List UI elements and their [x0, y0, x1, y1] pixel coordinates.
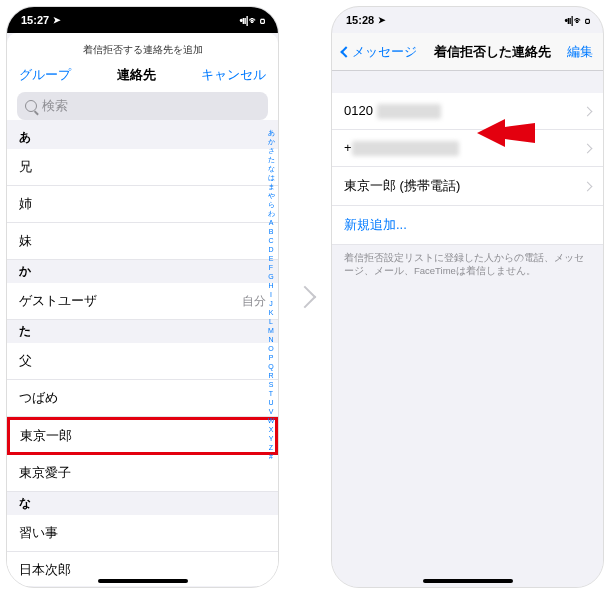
- search-placeholder: 検索: [42, 97, 68, 115]
- contact-row[interactable]: 兄: [7, 149, 278, 186]
- home-indicator[interactable]: [98, 579, 188, 583]
- section-header-na: な: [7, 492, 278, 515]
- svg-marker-0: [477, 119, 535, 147]
- chevron-left-icon: [340, 46, 351, 57]
- left-phone: 15:27 ➤ •ıı| ᯤ ▢ 着信拒否する連絡先を追加 グループ 連絡先 キ…: [6, 6, 279, 588]
- search-icon: [25, 100, 37, 112]
- redacted: XXX XXXX: [377, 104, 441, 119]
- contact-row[interactable]: つばめ: [7, 380, 278, 417]
- nav-bar: メッセージ 着信拒否した連絡先 編集: [332, 33, 603, 71]
- index-scrubber[interactable]: あかさたなはまやらわABCDEFGHIJKLMNOPQRSTUVWXYZ#: [265, 126, 277, 461]
- redacted: XX XXXXXXXXXX: [352, 141, 460, 156]
- back-button[interactable]: メッセージ: [342, 43, 417, 61]
- callout-arrow-icon: [477, 113, 537, 153]
- contact-row-me[interactable]: ゲストユーザ 自分: [7, 283, 278, 320]
- sheet-header: 着信拒否する連絡先を追加 グループ 連絡先 キャンセル 検索: [7, 33, 278, 120]
- section-header-a: あ: [7, 126, 278, 149]
- blocked-row[interactable]: 0120 XXX XXXX: [332, 93, 603, 130]
- contact-row[interactable]: 東京愛子: [7, 455, 278, 492]
- me-label: 自分: [242, 293, 266, 310]
- right-phone: 15:28 ➤ •ıı| ᯤ ▢ メッセージ 着信拒否した連絡先 編集 0120…: [331, 6, 604, 588]
- blocked-list-body: 0120 XXX XXXX +XX XXXXXXXXXX 東京一郎 (携帯電話)…: [332, 71, 603, 587]
- home-indicator[interactable]: [423, 579, 513, 583]
- location-icon: ➤: [53, 15, 61, 25]
- chevron-right-icon: [294, 286, 317, 309]
- contact-row[interactable]: 習い事: [7, 515, 278, 552]
- blocked-row[interactable]: +XX XXXXXXXXXX: [332, 130, 603, 167]
- status-bar: 15:27 ➤ •ıı| ᯤ ▢: [7, 7, 278, 33]
- contact-row-highlighted[interactable]: 東京一郎: [7, 417, 278, 455]
- edit-button[interactable]: 編集: [567, 43, 593, 61]
- location-icon: ➤: [378, 15, 386, 25]
- chevron-right-icon: [583, 181, 593, 191]
- page-title: 着信拒否した連絡先: [434, 43, 551, 61]
- sheet-subtitle: 着信拒否する連絡先を追加: [7, 39, 278, 62]
- status-icons: •ıı| ᯤ ▢: [240, 15, 264, 26]
- chevron-right-icon: [583, 106, 593, 116]
- status-time: 15:28: [346, 14, 374, 26]
- status-bar: 15:28 ➤ •ıı| ᯤ ▢: [332, 7, 603, 33]
- search-input[interactable]: 検索: [17, 92, 268, 120]
- contact-row[interactable]: 父: [7, 343, 278, 380]
- transition-arrow: [297, 6, 313, 588]
- contacts-list[interactable]: あ 兄 姉 妹 か ゲストユーザ 自分 た 父 つばめ 東京一郎 東京愛子 な …: [7, 126, 278, 586]
- cancel-button[interactable]: キャンセル: [201, 66, 266, 84]
- status-icons: •ıı| ᯤ ▢: [565, 15, 589, 26]
- contacts-title: 連絡先: [117, 66, 156, 84]
- blocked-row[interactable]: 東京一郎 (携帯電話): [332, 167, 603, 206]
- section-header-ta: た: [7, 320, 278, 343]
- status-time: 15:27: [21, 14, 49, 26]
- contact-row[interactable]: 姉: [7, 186, 278, 223]
- contact-row[interactable]: 妹: [7, 223, 278, 260]
- footnote: 着信拒否設定リストに登録した人からの電話、メッセージ、メール、FaceTimeは…: [332, 245, 603, 278]
- chevron-right-icon: [583, 143, 593, 153]
- section-header-ka: か: [7, 260, 278, 283]
- back-label: メッセージ: [352, 43, 417, 61]
- add-new-row[interactable]: 新規追加...: [332, 206, 603, 245]
- groups-link[interactable]: グループ: [19, 66, 71, 84]
